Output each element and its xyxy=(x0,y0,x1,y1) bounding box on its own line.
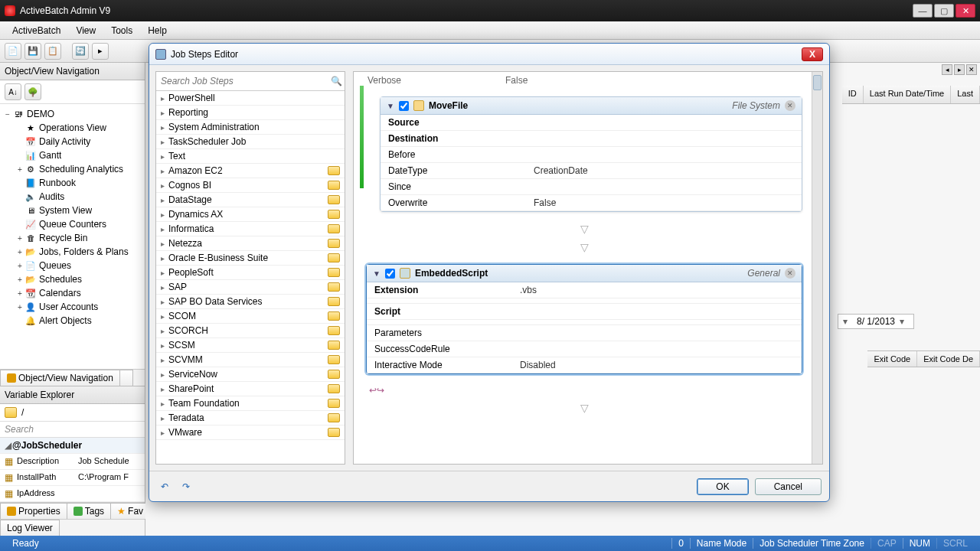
prop-row[interactable]: Since xyxy=(381,179,802,195)
tool-step[interactable]: ▸ xyxy=(92,43,109,60)
tree-expand-icon[interactable]: + xyxy=(15,276,24,284)
prop-row[interactable]: Before xyxy=(381,147,802,163)
step-item[interactable]: ▸ Cognos BI xyxy=(156,178,345,193)
step-item[interactable]: ▸ Teradata xyxy=(156,411,345,425)
step-expand-icon[interactable]: ▸ xyxy=(161,269,168,277)
step-item[interactable]: ▸ PowerShell xyxy=(156,91,345,106)
var-row[interactable]: ▦InstallPathC:\Program F xyxy=(0,470,145,486)
tab-extra[interactable] xyxy=(119,370,133,386)
tree-item[interactable]: + 📄 Queues xyxy=(2,259,143,272)
step-item[interactable]: ▸ SCVMM xyxy=(156,353,345,367)
step-item[interactable]: ▸ PeopleSoft xyxy=(156,266,345,280)
var-search[interactable]: Search xyxy=(0,422,145,438)
tab-fav[interactable]: ★Fav xyxy=(110,503,150,519)
nav-tree-icon[interactable]: 🌳 xyxy=(24,83,41,100)
tree-expand-icon[interactable]: + xyxy=(15,262,24,270)
step-item[interactable]: ▸ Dynamics AX xyxy=(156,207,345,222)
dialog-close-button[interactable]: X xyxy=(802,47,823,61)
step-item[interactable]: ▸ Reporting xyxy=(156,106,345,120)
step-item[interactable]: ▸ SCSM xyxy=(156,338,345,353)
step-expand-icon[interactable]: ▸ xyxy=(161,385,168,393)
step-item[interactable]: ▸ DataStage xyxy=(156,193,345,207)
tree-item[interactable]: 🖥 System View xyxy=(2,204,143,217)
step-expand-icon[interactable]: ▸ xyxy=(161,370,168,379)
step-item[interactable]: ▸ SAP BO Data Services xyxy=(156,295,345,309)
menu-help[interactable]: Help xyxy=(140,23,175,38)
var-section[interactable]: ◢ @JobScheduler xyxy=(0,438,145,454)
step-item[interactable]: ▸ SCOM xyxy=(156,309,345,324)
tree-expand-icon[interactable]: + xyxy=(15,165,24,174)
tree-item[interactable]: 📊 Gantt xyxy=(2,148,143,162)
nav-sort-icon[interactable]: A↓ xyxy=(5,83,21,100)
prop-row[interactable]: DateTypeCreationDate xyxy=(381,163,802,179)
step-expand-icon[interactable]: ▸ xyxy=(161,327,168,335)
step-item[interactable]: ▸ Informatica xyxy=(156,222,345,236)
tab-log-viewer[interactable]: Log Viewer xyxy=(0,520,60,536)
step-item[interactable]: ▸ Amazon EC2 xyxy=(156,164,345,178)
step-item[interactable]: ▸ VMware xyxy=(156,425,345,440)
tree-item[interactable]: + 🗑 Recycle Bin xyxy=(2,231,143,245)
step-expand-icon[interactable]: ▸ xyxy=(161,138,168,146)
step-expand-icon[interactable]: ▸ xyxy=(161,94,168,103)
tool-open[interactable]: 💾 xyxy=(24,43,41,60)
tree-item[interactable]: + ⚙ Scheduling Analytics xyxy=(2,162,143,176)
tool-new[interactable]: 📄 xyxy=(5,43,21,60)
step-item[interactable]: ▸ Netezza xyxy=(156,236,345,251)
tree-item[interactable]: 🔔 Alert Objects xyxy=(2,314,143,328)
drop-target-1[interactable]: ▽ xyxy=(360,220,808,238)
step-item[interactable]: ▸ Text xyxy=(156,149,345,164)
prop-row[interactable]: Interactive ModeDisabled xyxy=(367,357,802,373)
step-expand-icon[interactable]: ▸ xyxy=(161,429,168,437)
menu-view[interactable]: View xyxy=(68,23,103,38)
tree-expand-icon[interactable]: + xyxy=(15,248,24,256)
step-expand-icon[interactable]: ▸ xyxy=(161,254,168,262)
cancel-button[interactable]: Cancel xyxy=(755,478,822,495)
tree-expand-icon[interactable]: + xyxy=(15,289,24,298)
tree-expand-icon[interactable]: + xyxy=(15,234,24,243)
embeddedscript-remove-icon[interactable]: ✕ xyxy=(785,268,795,279)
step-expand-icon[interactable]: ▸ xyxy=(161,181,168,190)
prop-row[interactable]: Destination xyxy=(381,131,802,147)
step-item[interactable]: ▸ SCORCH xyxy=(156,324,345,338)
steps-search-input[interactable] xyxy=(158,73,329,89)
step-item[interactable]: ▸ SharePoint xyxy=(156,382,345,396)
menu-activebatch[interactable]: ActiveBatch xyxy=(5,23,68,38)
tree-item[interactable]: + 📂 Jobs, Folders & Plans xyxy=(2,245,143,259)
prop-row[interactable]: Script xyxy=(367,304,802,320)
step-item[interactable]: ▸ SAP xyxy=(156,280,345,295)
tree-item[interactable]: 🔈 Audits xyxy=(2,190,143,204)
date-dec-icon[interactable]: ▾ xyxy=(843,316,852,327)
step-expand-icon[interactable]: ▸ xyxy=(161,196,168,204)
tree-root[interactable]: − 🖳 DEMO xyxy=(2,107,143,121)
step-expand-icon[interactable]: ▸ xyxy=(161,240,168,248)
step-item[interactable]: ▸ System Administration xyxy=(156,120,345,135)
tree-expand-icon[interactable]: + xyxy=(15,303,24,311)
panel-close-icon[interactable]: ✕ xyxy=(966,64,977,75)
var-path-row[interactable]: / xyxy=(0,404,145,422)
prop-row[interactable]: Source xyxy=(381,115,802,131)
prop-row[interactable] xyxy=(367,298,802,304)
tab-obj-view-nav[interactable]: Object/View Navigation xyxy=(0,370,120,386)
panel-next-icon[interactable]: ▸ xyxy=(954,64,965,75)
movefile-remove-icon[interactable]: ✕ xyxy=(785,100,795,111)
ok-button[interactable]: OK xyxy=(697,478,748,495)
col-last[interactable]: Last xyxy=(951,86,980,103)
script-refresh-icon[interactable]: ↩↪ xyxy=(360,382,808,399)
embeddedscript-collapse-icon[interactable]: ▼ xyxy=(373,269,381,278)
undo-button[interactable]: ↶ xyxy=(157,479,172,494)
drop-target-2[interactable]: ▽ xyxy=(360,238,808,256)
step-expand-icon[interactable]: ▸ xyxy=(161,356,168,364)
panel-prev-icon[interactable]: ◂ xyxy=(942,64,952,75)
movefile-enable-checkbox[interactable] xyxy=(399,101,409,111)
redo-button[interactable]: ↷ xyxy=(178,479,194,494)
prop-row[interactable] xyxy=(367,320,802,325)
step-expand-icon[interactable]: ▸ xyxy=(161,399,168,408)
step-item[interactable]: ▸ Oracle E-Business Suite xyxy=(156,251,345,266)
step-expand-icon[interactable]: ▸ xyxy=(161,298,168,306)
step-item[interactable]: ▸ ServiceNow xyxy=(156,367,345,382)
tree-item[interactable]: 📈 Queue Counters xyxy=(2,217,143,231)
step-item[interactable]: ▸ TaskScheduler Job xyxy=(156,135,345,149)
prop-row[interactable]: Extension.vbs xyxy=(367,282,802,298)
movefile-collapse-icon[interactable]: ▼ xyxy=(387,102,394,110)
tree-item[interactable]: + 👤 User Accounts xyxy=(2,300,143,314)
